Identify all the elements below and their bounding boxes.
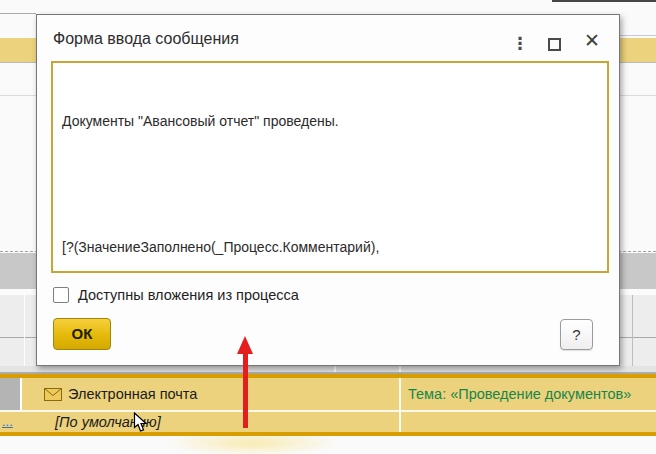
column-divider xyxy=(399,366,401,372)
help-button[interactable]: ? xyxy=(560,319,593,350)
table-row-email[interactable]: Электронная почта Тема: «Проведение доку… xyxy=(0,378,656,410)
table-header-strip xyxy=(0,366,656,374)
message-line: Документы "Авансовый отчет" проведены. xyxy=(62,111,598,132)
attachments-checkbox[interactable] xyxy=(53,287,69,303)
envelope-icon xyxy=(44,387,62,405)
attachments-checkbox-row[interactable]: Доступны вложения из процесса xyxy=(53,287,299,303)
ellipsis-link[interactable]: ... xyxy=(2,412,13,432)
background-grid-line xyxy=(24,295,25,366)
message-line: [?(ЗначениеЗаполнено(_Процесс.Комментари… xyxy=(62,237,598,258)
background-grid-line xyxy=(632,295,633,366)
message-line xyxy=(62,174,598,195)
maximize-icon[interactable] xyxy=(548,38,561,51)
background-window-top-edge xyxy=(552,0,656,2)
background-divider-right xyxy=(620,35,656,36)
ok-button[interactable]: ОК xyxy=(53,318,111,350)
mouse-cursor xyxy=(133,412,148,437)
notification-table-selection: Электронная почта Тема: «Проведение доку… xyxy=(0,374,656,436)
close-icon[interactable]: ✕ xyxy=(581,29,603,52)
message-text-input[interactable]: Документы "Авансовый отчет" проведены. [… xyxy=(51,61,609,273)
dialog-title: Форма ввода сообщения xyxy=(53,30,239,48)
table-row-default[interactable]: ... [По умолчанию] xyxy=(0,412,656,432)
screenshot-root: Электронная почта Тема: «Проведение доку… xyxy=(0,0,656,454)
row-label[interactable]: Электронная почта xyxy=(68,378,197,410)
kebab-menu-icon[interactable]: ⋮ xyxy=(511,33,529,54)
red-arrow-head xyxy=(237,336,253,354)
column-divider xyxy=(334,366,336,372)
attachments-checkbox-label: Доступны вложения из процесса xyxy=(78,287,299,303)
row-header-cell[interactable] xyxy=(0,378,22,410)
row-subject[interactable]: Тема: «Проведение документов» xyxy=(408,378,631,410)
message-form-dialog: Форма ввода сообщения ⋮ ✕ Документы "Ава… xyxy=(36,14,620,366)
background-divider-left xyxy=(0,13,36,14)
red-arrow-annotation xyxy=(243,352,248,428)
